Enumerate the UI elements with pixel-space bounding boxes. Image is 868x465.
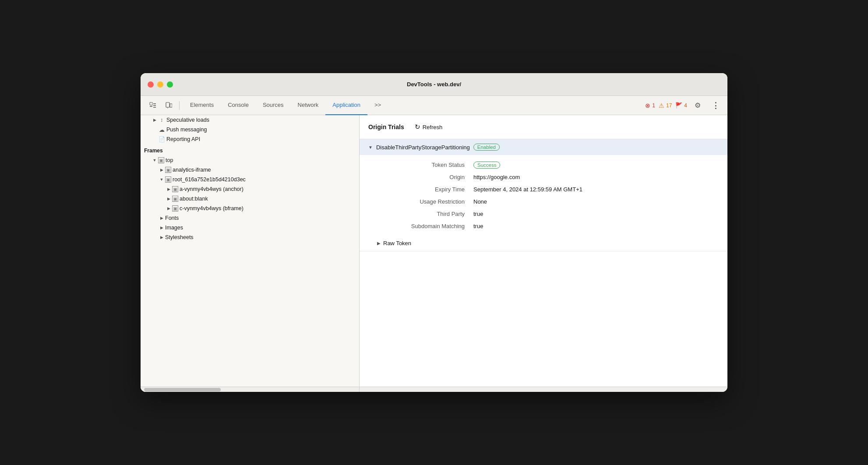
sidebar-item-push-messaging[interactable]: ▶ ☁ Push messaging (141, 125, 359, 134)
error-badge[interactable]: ⊗ 1 (645, 102, 655, 109)
usage-restriction-value: None (473, 198, 719, 205)
detail-row-third-party: Third Party true (360, 208, 727, 220)
tab-more[interactable]: >> (367, 96, 388, 115)
tab-network[interactable]: Network (291, 96, 326, 115)
frames-section-header: Frames (141, 144, 359, 155)
bframe-icon: ▣ (172, 205, 178, 211)
detail-rows: Token Status Success Origin https://goog… (360, 155, 727, 236)
raw-token-chevron-icon: ▶ (377, 241, 381, 246)
device-icon-button[interactable] (162, 99, 176, 112)
detail-row-usage-restriction: Usage Restriction None (360, 195, 727, 208)
chevron-right-icon4: ▶ (165, 195, 172, 202)
info-badge[interactable]: 🚩 4 (675, 102, 687, 109)
bottom-bar (141, 387, 727, 392)
speculative-loads-icon: ↕ (158, 116, 165, 123)
info-icon: 🚩 (675, 102, 682, 109)
detail-row-subdomain: Subdomain Matching true (360, 220, 727, 232)
warning-badge[interactable]: ⚠ 17 (659, 102, 672, 109)
sidebar-item-top[interactable]: ▼ ▣ top (141, 155, 359, 165)
origin-trial-item: ▼ DisableThirdPartyStoragePartitioning E… (360, 139, 727, 251)
sidebar-item-speculative-loads[interactable]: ▶ ↕ Speculative loads (141, 115, 359, 125)
chevron-right-icon3: ▶ (165, 186, 172, 193)
window-title: DevTools - web.dev/ (407, 81, 461, 88)
chevron-right-icon6: ▶ (158, 215, 165, 222)
refresh-icon: ↻ (415, 123, 420, 131)
origin-value: https://google.com (473, 174, 719, 180)
subdomain-label: Subdomain Matching (386, 223, 473, 229)
settings-button[interactable]: ⚙ (691, 99, 705, 112)
sidebar-scrollbar-area (141, 387, 360, 392)
raw-token-header[interactable]: ▶ Raw Token (360, 236, 727, 251)
third-party-label: Third Party (386, 211, 473, 217)
refresh-button[interactable]: ↻ Refresh (411, 121, 446, 133)
reporting-api-icon: 📄 (158, 136, 165, 143)
chevron-right-icon2: ▶ (158, 166, 165, 173)
titlebar: DevTools - web.dev/ (141, 73, 727, 96)
chevron-right-icon: ▶ (151, 116, 158, 123)
more-options-button[interactable]: ⋮ (708, 99, 722, 112)
traffic-lights (148, 81, 173, 88)
toolbar-right: ⊗ 1 ⚠ 17 🚩 4 ⚙ ⋮ (645, 99, 722, 112)
enabled-badge: Enabled (473, 144, 500, 151)
content-panel: Origin Trials ↻ Refresh ▼ DisableThirdPa… (360, 115, 727, 387)
sidebar-item-fonts[interactable]: ▶ Fonts (141, 213, 359, 223)
tab-sources[interactable]: Sources (256, 96, 291, 115)
detail-row-origin: Origin https://google.com (360, 171, 727, 183)
panel-header: Origin Trials ↻ Refresh (360, 115, 727, 139)
chevron-down-icon: ▼ (151, 157, 158, 164)
usage-restriction-label: Usage Restriction (386, 198, 473, 205)
token-status-value: Success (473, 162, 719, 168)
iframe-icon: ▣ (165, 167, 171, 173)
sidebar-scrollbar-thumb[interactable] (144, 388, 221, 391)
anchor-frame-icon: ▣ (172, 186, 178, 192)
sidebar-item-about-blank[interactable]: ▶ ▣ about:blank (141, 194, 359, 204)
svg-rect-2 (170, 104, 172, 107)
third-party-value: true (473, 211, 719, 217)
devtools-window: DevTools - web.dev/ Elements Conso (141, 73, 727, 392)
chevron-right-icon8: ▶ (158, 234, 165, 241)
sidebar: ▶ ↕ Speculative loads ▶ ☁ Push messaging… (141, 115, 360, 387)
frame-icon: ▣ (158, 157, 164, 163)
minimize-button[interactable] (157, 81, 163, 88)
tab-elements[interactable]: Elements (183, 96, 221, 115)
detail-row-token-status: Token Status Success (360, 159, 727, 171)
sidebar-item-stylesheets[interactable]: ▶ Stylesheets (141, 232, 359, 242)
sidebar-item-analytics-iframe[interactable]: ▶ ▣ analytics-iframe (141, 165, 359, 175)
content-bottom-bar (360, 387, 727, 392)
push-messaging-icon: ☁ (158, 126, 165, 133)
toolbar-divider (179, 101, 180, 110)
svg-rect-0 (150, 102, 152, 105)
sidebar-item-root[interactable]: ▼ ▣ root_616a752e1b5d4210d3ec (141, 175, 359, 184)
sidebar-item-bframe[interactable]: ▶ ▣ c-vynmy4vb4wys (bframe) (141, 204, 359, 213)
expiry-value: September 4, 2024 at 12:59:59 AM GMT+1 (473, 186, 719, 193)
root-frame-icon: ▣ (165, 176, 171, 183)
chevron-right-icon5: ▶ (165, 205, 172, 212)
expiry-label: Expiry Time (386, 186, 473, 193)
maximize-button[interactable] (167, 81, 173, 88)
warning-icon: ⚠ (659, 102, 664, 109)
success-badge: Success (473, 162, 500, 169)
origin-label: Origin (386, 174, 473, 180)
chevron-down-icon2: ▼ (158, 176, 165, 183)
svg-point-3 (167, 107, 168, 108)
error-icon: ⊗ (645, 102, 650, 109)
blank-frame-icon: ▣ (172, 196, 178, 202)
chevron-right-icon7: ▶ (158, 224, 165, 231)
detail-row-expiry: Expiry Time September 4, 2024 at 12:59:5… (360, 183, 727, 195)
panel-title: Origin Trials (368, 123, 404, 130)
toolbar: Elements Console Sources Network Applica… (141, 96, 727, 115)
tab-application[interactable]: Application (325, 96, 367, 115)
sidebar-item-images[interactable]: ▶ Images (141, 223, 359, 232)
sidebar-item-reporting-api[interactable]: ▶ 📄 Reporting API (141, 134, 359, 144)
sidebar-item-anchor-frame[interactable]: ▶ ▣ a-vynmy4vb4wys (anchor) (141, 184, 359, 194)
origin-trial-header[interactable]: ▼ DisableThirdPartyStoragePartitioning E… (360, 139, 727, 155)
subdomain-value: true (473, 223, 719, 229)
svg-rect-1 (166, 102, 169, 107)
trial-chevron-icon: ▼ (368, 145, 373, 150)
main-layout: ▶ ↕ Speculative loads ▶ ☁ Push messaging… (141, 115, 727, 387)
tab-console[interactable]: Console (221, 96, 256, 115)
trial-name: DisableThirdPartyStoragePartitioning (376, 144, 470, 151)
token-status-label: Token Status (386, 162, 473, 168)
close-button[interactable] (148, 81, 154, 88)
inspector-icon-button[interactable] (146, 99, 160, 112)
